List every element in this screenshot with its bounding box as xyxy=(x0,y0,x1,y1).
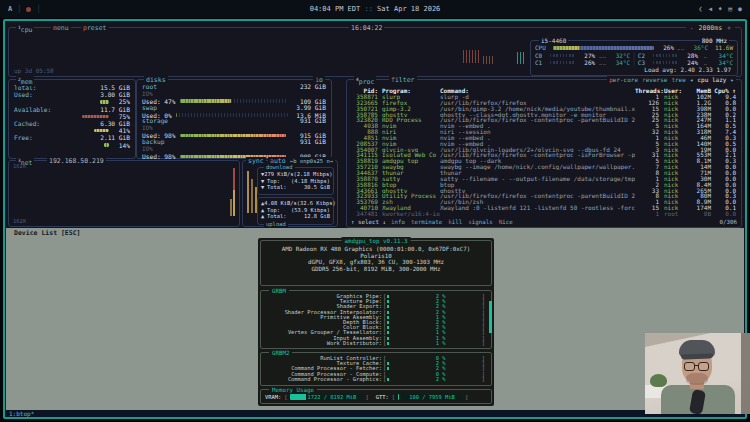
proc-footer-button[interactable]: signals xyxy=(468,219,492,226)
interval-minus-button[interactable]: - xyxy=(688,24,696,32)
clock-separator: :: xyxy=(364,5,372,13)
disk-row: swap3.99 GiB xyxy=(142,105,326,112)
amdgpu-window-title: amdgpu_top v0.11.3 xyxy=(342,237,411,245)
webcam-beard xyxy=(686,373,708,385)
memory-panel-title: 2mem xyxy=(16,76,34,86)
webcam-plant xyxy=(650,374,667,387)
disk-size: 931 GiB xyxy=(300,139,326,146)
cpu-panel-title: 1cpu xyxy=(16,24,34,34)
process-row[interactable]: 347481kworker/u16:4-io1root0B0.0 xyxy=(351,211,737,217)
gpu-gauge: 2 % xyxy=(387,295,481,299)
proc-option-button[interactable]: tree xyxy=(671,76,685,84)
gpu-gauge: 1 % xyxy=(387,336,481,340)
disk-used-fill xyxy=(180,99,231,103)
core-meter xyxy=(653,54,679,57)
net-rate-row: ▼Total:30.5 GiB xyxy=(258,184,333,191)
interval-plus-button[interactable]: + xyxy=(725,24,733,32)
net-rate-label: Top: xyxy=(267,178,291,184)
disk-io-label: IO% xyxy=(142,91,326,98)
uptime-label: up 3d 05:58 xyxy=(14,67,54,74)
net-rate-value: 12.8 GiB xyxy=(304,213,330,219)
gpu-gauge: 2 % xyxy=(387,326,481,330)
grbm-title: GRBM xyxy=(269,287,289,295)
core-percent: 28% xyxy=(682,52,698,59)
net-rate-value: (53.9 Kibps) xyxy=(291,207,330,213)
cpu-total-row: CPU 26% ⣀⣀ 36°C 11.6W xyxy=(535,44,733,52)
mem-meter-bar xyxy=(104,143,109,147)
process-cpu: 0.0 xyxy=(711,211,737,217)
preset-button[interactable]: preset xyxy=(81,24,109,32)
gtt-value: 100 / 7959 MiB xyxy=(399,394,454,400)
gpu-gauge-fill xyxy=(387,300,389,303)
volume-icon[interactable]: ◀ xyxy=(708,5,712,13)
disk-row: root232 GiB xyxy=(142,84,326,91)
gpu-gauge: 2 % xyxy=(387,377,481,381)
tmux-status-bar[interactable]: 1:btop* xyxy=(5,410,745,417)
proc-column-header[interactable]: Program: xyxy=(378,87,440,94)
distro-logo-icon[interactable]: A xyxy=(8,5,12,13)
net-interface-switch[interactable]: ←b enp0s25 n→ xyxy=(288,157,335,165)
gpu-gauge: 2 % xyxy=(387,300,481,304)
sort-next-button[interactable]: ▸ xyxy=(730,76,734,84)
upload-box: ▲4.08 KiB/s(32.6 Kibps)▲Top:(53.9 Kibps)… xyxy=(257,197,334,225)
process-count: 0/306 xyxy=(720,219,737,226)
gpu-gauge-value: 2 % xyxy=(436,377,446,382)
mem-meter-bar xyxy=(100,100,109,104)
scrollbar[interactable] xyxy=(489,301,492,333)
core-label: C2 xyxy=(638,52,650,59)
cpu-core-row: C126%⣀⣀34°C│C324%⣀34°C xyxy=(535,59,733,66)
cpu-usage-bar xyxy=(553,46,654,50)
keyboard-icon[interactable]: ▤ xyxy=(728,5,732,13)
core-percent: 27% xyxy=(579,52,595,59)
net-rate-label: Total: xyxy=(267,184,304,190)
proc-footer-button[interactable]: Nice xyxy=(499,219,513,226)
core-temp: 34°C xyxy=(609,59,630,66)
gpu-memory-specs: GDDR5 256-bit, 8192 MiB, 300-2000 MHz xyxy=(261,266,491,273)
proc-footer-button[interactable]: terminate xyxy=(411,219,442,226)
gpu-gauge-row: Work Distributor:[1 %] xyxy=(266,341,486,346)
gpu-gauge-label: Work Distributor: xyxy=(266,341,382,346)
net-rate-row: ▲Top:(53.9 Kibps) xyxy=(258,207,333,214)
gpu-gauge-fill xyxy=(387,311,389,314)
disks-io-toggle[interactable]: io xyxy=(313,76,325,84)
gpu-gauge: 2 % xyxy=(387,362,481,366)
core-temp: 32°C xyxy=(609,52,630,59)
separator: │ xyxy=(17,5,21,13)
core-meter xyxy=(653,61,679,64)
chevron-left-icon[interactable]: ❮ xyxy=(698,5,702,13)
proc-footer-button[interactable]: kill xyxy=(448,219,462,226)
cpu-graph-decoration xyxy=(483,56,493,64)
mem-percent: 41% xyxy=(112,127,130,134)
filter-button[interactable]: filter xyxy=(389,76,417,84)
disk-used-label: Used: 98% xyxy=(142,153,176,160)
download-box: download ▼279 KiB/s(2.18 Mibps)▼Top:(4.1… xyxy=(257,167,334,195)
mem-value: 3.80 GiB xyxy=(100,91,130,98)
gpu-gauge: 0 % xyxy=(387,372,481,376)
proc-option-button[interactable]: per-core xyxy=(609,76,638,84)
disk-used-meter xyxy=(180,99,288,103)
gpu-gauge-value: 1 % xyxy=(436,341,446,346)
process-rows: 358871slurpslurp -d1nick102M9.4323665fir… xyxy=(347,94,741,217)
menu-button[interactable]: menu xyxy=(51,24,71,32)
update-interval: - 2000ms + xyxy=(686,24,735,32)
mem-value: 2.11 GiB xyxy=(100,134,130,141)
gpu-gauge-fill xyxy=(387,316,389,319)
record-icon[interactable]: ● xyxy=(738,5,742,13)
net-rate-value: (4.18 Mibps) xyxy=(291,178,330,184)
tmux-session-label[interactable]: 1:btop* xyxy=(9,410,34,417)
disk-used-meter xyxy=(180,134,288,138)
gpu-gauge-fill xyxy=(387,295,389,298)
proc-footer-button[interactable]: info xyxy=(391,219,405,226)
proc-option-button[interactable]: reverse xyxy=(642,76,667,84)
mem-percent: 75% xyxy=(112,113,130,120)
net-rate-label: 279 KiB/s xyxy=(264,171,293,177)
proc-column-header[interactable]: Command: xyxy=(440,87,635,94)
sort-prev-button[interactable]: ◂ xyxy=(690,76,694,84)
record-dot-icon[interactable] xyxy=(26,7,31,12)
sync-graph-decoration xyxy=(251,179,253,213)
gpu-gauge-fill xyxy=(387,367,389,370)
gpu-gauge-fill xyxy=(387,321,389,324)
net-graph-spike xyxy=(233,168,235,190)
cpu-summary-box: i5-4460 800 MHz CPU 26% ⣀⣀ 36°C 11.6W C0… xyxy=(530,40,738,76)
mic-icon[interactable]: ♦ xyxy=(718,5,722,13)
